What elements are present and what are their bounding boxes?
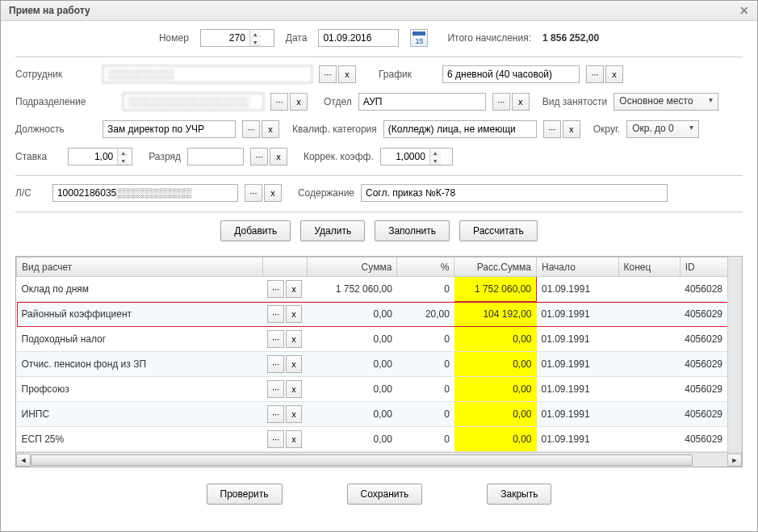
qualcat-label: Квалиф. категория — [292, 124, 377, 135]
save-button[interactable]: Сохранить — [347, 484, 423, 505]
horizontal-scrollbar[interactable]: ◄ ► — [16, 452, 742, 467]
row-lookup-button[interactable]: ··· — [267, 330, 283, 348]
close-button[interactable]: Закрыть — [487, 484, 551, 505]
col-pct[interactable]: % — [397, 258, 454, 277]
row-name: Отчис. пенсион фонд из ЗП — [17, 352, 263, 377]
employee-clear-button[interactable]: x — [338, 65, 356, 83]
col-start[interactable]: Начало — [537, 258, 619, 277]
table-row[interactable]: Подоходный налог···x0,0000,0001.09.19914… — [17, 327, 742, 352]
number-input[interactable] — [201, 30, 249, 46]
spin-up-icon[interactable]: ▲ — [250, 30, 261, 38]
row-name: Профсоюз — [17, 377, 263, 402]
row-start: 01.09.1991 — [537, 377, 619, 402]
calc-button[interactable]: Рассчитать — [459, 220, 538, 241]
round-label: Округ. — [593, 124, 620, 135]
dept-lookup-button[interactable]: ··· — [270, 93, 288, 111]
table-row[interactable]: Районный коэффициент···x0,0020,00104 192… — [17, 302, 742, 327]
scroll-left-icon[interactable]: ◄ — [16, 454, 31, 467]
coeff-label: Коррек. коэфф. — [304, 151, 374, 162]
emptype-select[interactable]: Основное место — [614, 93, 718, 111]
col-sum[interactable]: Сумма — [307, 258, 397, 277]
calendar-icon[interactable] — [410, 29, 428, 47]
row-clear-button[interactable]: x — [286, 330, 302, 348]
account-clear-button[interactable]: x — [264, 184, 282, 202]
position-lookup-button[interactable]: ··· — [242, 120, 260, 138]
table-row[interactable]: ЕСП 25%···x0,0000,0001.09.19914056029 — [17, 427, 742, 452]
spin-down-icon[interactable]: ▼ — [250, 38, 261, 46]
section-input[interactable] — [358, 93, 486, 111]
round-select[interactable]: Окр. до 0 — [626, 120, 699, 138]
scroll-thumb[interactable] — [31, 455, 693, 466]
number-spinner[interactable]: ▲▼ — [200, 29, 274, 47]
row-clear-button[interactable]: x — [286, 355, 302, 373]
rate-input[interactable] — [69, 149, 117, 165]
spin-down-icon[interactable]: ▼ — [118, 157, 128, 165]
rate-label: Ставка — [15, 151, 47, 162]
position-input[interactable] — [103, 120, 236, 138]
add-button[interactable]: Добавить — [220, 220, 291, 241]
spin-down-icon[interactable]: ▼ — [430, 157, 441, 165]
row-start: 01.09.1991 — [537, 327, 619, 352]
col-actions — [262, 258, 307, 277]
row-lookup-button[interactable]: ··· — [267, 380, 283, 398]
coeff-input[interactable] — [381, 149, 429, 165]
total-label: Итого начисления: — [447, 32, 531, 44]
schedule-label: График — [379, 69, 412, 80]
row-lookup-button[interactable]: ··· — [267, 405, 283, 423]
row-lookup-button[interactable]: ··· — [267, 355, 283, 373]
qualcat-clear-button[interactable]: x — [563, 120, 580, 138]
row-clear-button[interactable]: x — [286, 380, 302, 398]
section-lookup-button[interactable]: ··· — [492, 93, 510, 111]
account-input[interactable] — [52, 184, 238, 202]
employee-lookup-button[interactable]: ··· — [319, 65, 337, 83]
grade-input[interactable] — [187, 148, 244, 165]
col-end[interactable]: Конец — [618, 258, 680, 277]
fill-button[interactable]: Заполнить — [375, 220, 450, 241]
qualcat-lookup-button[interactable]: ··· — [543, 120, 561, 138]
close-icon[interactable]: ✕ — [739, 4, 749, 17]
content-input[interactable] — [361, 184, 668, 202]
coeff-spinner[interactable]: ▲▼ — [380, 148, 453, 165]
row-lookup-button[interactable]: ··· — [267, 305, 283, 323]
rate-spinner[interactable]: ▲▼ — [68, 148, 132, 165]
row-clear-button[interactable]: x — [286, 430, 302, 448]
grade-lookup-button[interactable]: ··· — [250, 148, 268, 165]
row-clear-button[interactable]: x — [286, 280, 302, 298]
dept-input[interactable] — [123, 93, 264, 111]
col-calc[interactable]: Расс.Сумма — [454, 258, 537, 277]
table-row[interactable]: Профсоюз···x0,0000,0001.09.19914056029 — [17, 377, 742, 402]
row-clear-button[interactable]: x — [286, 305, 302, 323]
row-clear-button[interactable]: x — [286, 405, 302, 423]
table-row[interactable]: Оклад по дням···x1 752 060,0001 752 060,… — [17, 277, 742, 302]
spin-up-icon[interactable]: ▲ — [430, 149, 441, 157]
row-name: ЕСП 25% — [17, 427, 263, 452]
grade-clear-button[interactable]: x — [270, 148, 287, 165]
vertical-scrollbar[interactable] — [727, 257, 742, 452]
row-lookup-button[interactable]: ··· — [267, 430, 283, 448]
account-lookup-button[interactable]: ··· — [245, 184, 262, 202]
position-clear-button[interactable]: x — [262, 120, 279, 138]
table-row[interactable]: Отчис. пенсион фонд из ЗП···x0,0000,0001… — [17, 352, 742, 377]
date-input[interactable] — [318, 29, 399, 47]
emptype-label: Вид занятости — [542, 96, 608, 107]
dept-clear-button[interactable]: x — [290, 93, 308, 111]
row-pct: 0 — [397, 352, 454, 377]
schedule-clear-button[interactable]: x — [605, 65, 623, 83]
row-end — [618, 302, 680, 327]
delete-button[interactable]: Удалить — [300, 220, 365, 241]
employee-input[interactable] — [103, 65, 312, 83]
section-clear-button[interactable]: x — [512, 93, 530, 111]
scroll-right-icon[interactable]: ► — [727, 454, 742, 467]
check-button[interactable]: Проверить — [207, 484, 283, 505]
row-end — [618, 327, 680, 352]
spin-up-icon[interactable]: ▲ — [118, 149, 128, 157]
row-name: Оклад по дням — [17, 277, 263, 302]
row-lookup-button[interactable]: ··· — [267, 280, 283, 298]
qualcat-input[interactable] — [383, 120, 537, 138]
schedule-input[interactable] — [442, 65, 580, 83]
table-row[interactable]: ИНПС···x0,0000,0001.09.19914056029 — [17, 402, 742, 427]
schedule-lookup-button[interactable]: ··· — [586, 65, 604, 83]
row-calc: 104 192,00 — [454, 302, 537, 327]
dept-label: Подразделение — [15, 96, 96, 107]
col-type[interactable]: Вид расчет — [17, 258, 263, 277]
